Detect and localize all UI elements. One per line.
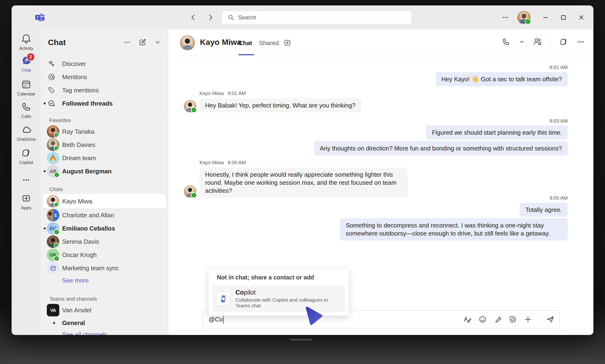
rail-item-calendar[interactable]: Calendar bbox=[12, 78, 41, 97]
outgoing-message[interactable]: Figured we should start planning early t… bbox=[426, 125, 568, 140]
channel-item-general[interactable]: General bbox=[41, 317, 168, 329]
team-item-van-arsdel[interactable]: VA Van Arsdel bbox=[41, 303, 168, 317]
teams-window: T Search bbox=[12, 5, 593, 335]
chat-item-charlotte-and-allan[interactable]: E Charlotte and Allan bbox=[41, 208, 168, 222]
emoji-icon[interactable] bbox=[478, 315, 487, 324]
chat-unread-badge: 2 bbox=[26, 53, 35, 61]
rail-item-onedrive[interactable]: OneDrive bbox=[12, 124, 41, 142]
message-sender-label: Kayo Miwa 9:01 AM bbox=[199, 91, 246, 96]
chat-item-marketing-team-sync[interactable]: Marketing team sync bbox=[41, 261, 168, 275]
avatar: 🔥 bbox=[47, 152, 59, 164]
outgoing-message[interactable]: Something to decompress and reconnect. I… bbox=[340, 218, 568, 240]
minimize-icon[interactable] bbox=[542, 14, 549, 21]
history-nav bbox=[189, 13, 214, 22]
add-people-icon[interactable] bbox=[533, 37, 543, 47]
chat-list-header: Chat bbox=[41, 29, 168, 55]
chat-header: Kayo Miwa Chat Shared bbox=[168, 29, 593, 56]
attach-plus-icon[interactable] bbox=[524, 315, 532, 324]
avatar: ✓ bbox=[47, 195, 59, 208]
chat-item-oscar-krogh[interactable]: OK ✓ Oscar Krogh bbox=[41, 248, 168, 261]
chat-name: Serena Davis bbox=[62, 238, 99, 246]
svg-text:E: E bbox=[54, 213, 57, 218]
outgoing-message[interactable]: Totally agree. bbox=[520, 203, 568, 217]
rail-item-copilot[interactable]: Copilot bbox=[12, 147, 41, 165]
chevron-down-icon[interactable] bbox=[154, 39, 161, 46]
user-avatar[interactable]: ✓ bbox=[517, 11, 531, 24]
titlebar-more-icon[interactable] bbox=[501, 13, 509, 22]
maximize-icon[interactable] bbox=[560, 14, 567, 21]
call-icon[interactable] bbox=[501, 37, 511, 46]
call-options-chevron-icon[interactable] bbox=[518, 39, 525, 45]
calendar-avatar bbox=[47, 262, 59, 274]
rail-item-chat[interactable]: 2 Chat bbox=[12, 54, 41, 73]
sender-avatar[interactable]: ✓ bbox=[184, 185, 196, 198]
presence-available-badge: ✓ bbox=[54, 172, 60, 178]
chat-item-serena-davis[interactable]: ✓ Serena Davis bbox=[41, 235, 168, 248]
tab-shared[interactable]: Shared bbox=[259, 39, 279, 47]
forward-icon[interactable] bbox=[206, 13, 214, 22]
back-icon[interactable] bbox=[189, 13, 197, 22]
chat-item-kayo-miwa[interactable]: ✓ Kayo Miwa bbox=[43, 194, 166, 208]
search-placeholder: Search bbox=[238, 14, 256, 21]
avatar-group: E bbox=[47, 209, 59, 221]
rail-item-activity[interactable]: Activity bbox=[12, 33, 41, 51]
nav-item-tag-mentions[interactable]: Tag mentions bbox=[41, 84, 168, 97]
desktop-background: T Search bbox=[0, 0, 605, 364]
sender-name: Kayo Miwa bbox=[199, 91, 224, 96]
new-chat-icon[interactable] bbox=[138, 38, 147, 47]
chat-name: Charlotte and Allan bbox=[62, 212, 114, 219]
chat-item-dream-team[interactable]: 🔥 Dream team bbox=[41, 151, 168, 165]
chat-name: Beth Davies bbox=[62, 141, 95, 149]
presence-available-badge: ✓ bbox=[54, 229, 60, 235]
rail-label: Calendar bbox=[17, 91, 35, 97]
incoming-message[interactable]: Honestly, I think people would really ap… bbox=[199, 168, 408, 198]
chat-item-ray-tanaka[interactable]: ✓ Ray Tanaka bbox=[41, 125, 168, 138]
nav-label: Mentions bbox=[62, 73, 87, 81]
incoming-message[interactable]: Hey Babak! Yep, perfect timing. What are… bbox=[199, 98, 361, 112]
nav-item-discover[interactable]: Discover bbox=[41, 57, 168, 70]
avatar: ✓ bbox=[47, 139, 59, 151]
chat-item-emiliano-ceballos[interactable]: EC ✓ Emiliano Ceballos bbox=[41, 222, 168, 235]
format-icon[interactable] bbox=[463, 315, 472, 324]
copilot-icon[interactable] bbox=[559, 37, 568, 47]
followed-threads-icon bbox=[47, 99, 56, 107]
rewrite-magic-pen-icon[interactable] bbox=[493, 315, 502, 324]
outgoing-message[interactable]: Any thoughts on direction? More fun and … bbox=[314, 141, 568, 156]
rail-label: OneDrive bbox=[17, 137, 36, 142]
popup-item-copilot[interactable]: Copilot Collaborate with Copilot and col… bbox=[212, 286, 345, 312]
nav-item-followed-threads[interactable]: Followed threads bbox=[41, 97, 168, 110]
chat-item-august-bergman[interactable]: AB ✓ August Bergman bbox=[41, 165, 168, 178]
window-controls bbox=[542, 14, 585, 21]
chat-list-scroll[interactable]: Discover Mentions Tag mentions bbox=[41, 55, 168, 335]
search-input[interactable]: Search bbox=[222, 11, 412, 24]
title-bar-right: ✓ bbox=[501, 11, 585, 24]
rail-item-apps[interactable]: Apps bbox=[12, 192, 41, 210]
loop-component-icon[interactable] bbox=[509, 315, 517, 324]
presence-available-badge: ✓ bbox=[54, 256, 60, 261]
at-icon bbox=[47, 73, 56, 81]
close-icon[interactable] bbox=[578, 14, 585, 21]
rail-item-more[interactable] bbox=[12, 174, 41, 186]
see-all-channels-link[interactable]: See all channels bbox=[41, 329, 168, 335]
chat-item-beth-davies[interactable]: ✓ Beth Davies bbox=[41, 138, 168, 151]
divider bbox=[551, 37, 551, 47]
chat-list-pane: Chat bbox=[41, 29, 168, 335]
chat-peer-avatar[interactable] bbox=[180, 35, 195, 50]
send-icon[interactable] bbox=[546, 315, 555, 324]
rail-item-calls[interactable]: Calls bbox=[12, 101, 41, 119]
filter-more-icon[interactable] bbox=[123, 38, 131, 46]
sent-time: 9:01 AM bbox=[228, 91, 246, 96]
outgoing-message[interactable]: Hey Kayo! 👋 Got a sec to talk team offsi… bbox=[436, 72, 568, 86]
sender-avatar[interactable]: ✓ bbox=[184, 100, 196, 112]
text-caret bbox=[223, 315, 224, 324]
active-tab-underline bbox=[238, 54, 254, 55]
message-sender-label: Kayo Miwa 9:05 AM bbox=[199, 160, 246, 165]
presence-available-badge: ✓ bbox=[525, 18, 531, 25]
see-more-link[interactable]: See more bbox=[41, 275, 168, 286]
more-options-icon[interactable] bbox=[576, 37, 585, 46]
chat-name: Emiliano Ceballos bbox=[62, 225, 115, 232]
channel-name: General bbox=[62, 319, 85, 327]
add-tab-icon[interactable] bbox=[283, 39, 292, 47]
tab-chat[interactable]: Chat bbox=[238, 39, 252, 47]
nav-item-mentions[interactable]: Mentions bbox=[41, 70, 168, 84]
